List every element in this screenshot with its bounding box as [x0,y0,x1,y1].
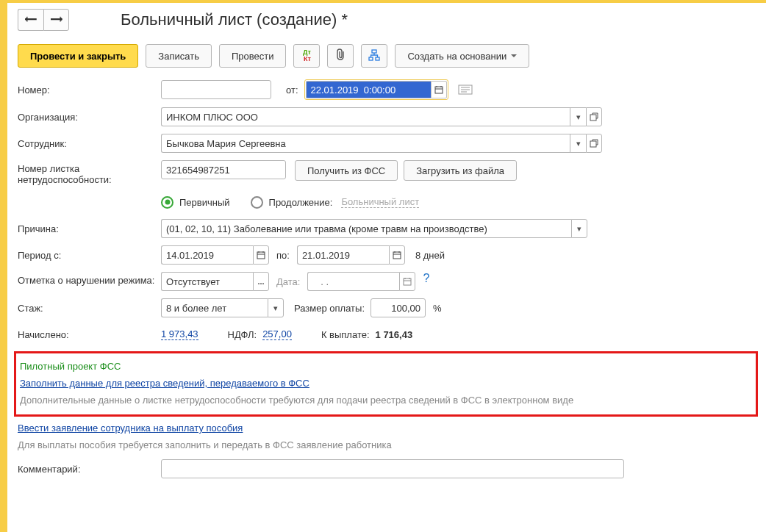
violation-label: Отметка о нарушении режима: [18,272,161,286]
fill-fss-data-link[interactable]: Заполнить данные для реестра сведений, п… [20,378,309,389]
comment-input[interactable] [161,459,624,478]
period-from-input[interactable] [161,245,253,265]
organization-open-button[interactable] [586,107,602,126]
calendar-icon [257,251,265,259]
ndfl-label: НДФЛ: [228,329,257,340]
organization-dropdown-button[interactable]: ▾ [570,107,586,126]
accrued-value-link[interactable]: 1 973,43 [161,328,198,340]
post-and-close-button[interactable]: Провести и закрыть [18,44,138,68]
sickleave-link-disabled: Больничный лист [341,196,419,208]
continuation-radio[interactable] [251,196,263,209]
violation-date-input[interactable] [307,272,399,291]
document-date-input[interactable] [306,81,431,98]
toolbar: Провести и закрыть Записать Провести ДтК… [18,44,754,68]
number-input[interactable] [161,80,271,99]
organization-input[interactable] [161,107,570,126]
open-icon [590,112,598,121]
load-from-file-button[interactable]: Загрузить из файла [404,160,517,181]
svg-rect-1 [369,57,373,60]
nav-forward-button[interactable]: 🠖 [43,9,69,31]
save-button[interactable]: Записать [146,44,212,68]
seniority-input[interactable] [161,298,268,317]
calendar-icon [403,277,412,286]
to-pay-value: 1 716,43 [376,329,413,340]
period-to-calendar-button[interactable] [389,245,405,265]
calendar-icon [393,251,401,259]
reason-input[interactable] [161,219,571,238]
violation-select-button[interactable]: ... [253,272,269,291]
svg-rect-12 [590,141,596,147]
period-from-calendar-button[interactable] [253,245,269,265]
payment-rate-input[interactable] [371,298,426,317]
svg-rect-11 [590,115,596,121]
seniority-label: Стаж: [18,303,161,314]
structure-button[interactable] [361,44,387,68]
document-date-group [304,79,448,100]
svg-rect-3 [435,87,443,93]
get-from-fss-button[interactable]: Получить из ФСС [295,160,398,181]
post-button[interactable]: Провести [219,44,287,68]
employee-open-button[interactable] [586,134,602,153]
violation-date-label: Дата: [276,276,300,287]
svg-rect-13 [257,252,265,259]
employee-input[interactable] [161,134,570,153]
days-count-text: 8 дней [415,250,445,261]
reason-dropdown-button[interactable]: ▾ [571,219,587,238]
violation-input[interactable] [161,272,253,291]
calendar-icon [434,85,443,94]
calendar-button[interactable] [431,81,447,98]
violation-date-calendar-button[interactable] [399,272,415,291]
sickleave-number-input[interactable] [161,160,286,179]
organization-label: Организация: [18,112,161,123]
create-based-on-button[interactable]: Создать на основании [395,44,529,68]
enter-application-link[interactable]: Ввести заявление сотрудника на выплату п… [18,423,243,434]
period-to-input[interactable] [297,245,389,265]
debit-credit-button[interactable]: ДтКт [293,44,320,68]
application-hint: Для выплаты пособия требуется заполнить … [18,439,754,450]
period-to-label: по: [276,250,290,261]
svg-rect-0 [372,50,376,53]
header: 🠔 🠖 Больничный лист (создание) * [18,9,754,31]
primary-radio-label: Первичный [179,197,230,208]
period-from-label: Период с: [18,250,161,261]
sickleave-number-label: Номер листка нетрудоспособности: [18,160,161,185]
svg-rect-17 [393,252,401,259]
accrued-label: Начислено: [18,329,161,340]
date-from-label: от: [286,85,298,96]
reason-label: Причина: [18,223,161,234]
pilot-fss-hint: Дополнительные данные о листке нетрудосп… [20,395,752,406]
page-title: Больничный лист (создание) * [121,10,348,29]
employee-dropdown-button[interactable]: ▾ [570,134,586,153]
sickleave-type-radio-group: Первичный Продолжение: Больничный лист [161,196,419,209]
ndfl-value-link[interactable]: 257,00 [262,328,292,340]
structure-icon [368,49,380,63]
attachments-button[interactable] [327,44,354,68]
primary-radio[interactable] [161,196,173,209]
continuation-radio-label: Продолжение: [269,197,333,208]
open-icon [590,139,598,148]
employee-label: Сотрудник: [18,138,161,149]
paperclip-icon [334,48,346,65]
nav-back-button[interactable]: 🠔 [18,9,43,31]
pilot-fss-title: Пилотный проект ФСС [20,361,752,372]
svg-rect-21 [404,278,411,285]
seniority-dropdown-button[interactable]: ▾ [268,298,284,317]
to-pay-label: К выплате: [321,329,370,340]
help-icon[interactable]: ? [423,272,429,285]
payment-rate-label: Размер оплаты: [294,303,365,314]
pilot-fss-section: Пилотный проект ФСС Заполнить данные для… [14,351,758,417]
legal-info-icon[interactable] [457,83,473,96]
svg-rect-2 [376,57,379,60]
comment-label: Комментарий: [18,464,161,475]
number-label: Номер: [18,85,161,96]
percent-label: % [433,303,442,314]
debit-credit-icon: ДтКт [303,49,311,62]
